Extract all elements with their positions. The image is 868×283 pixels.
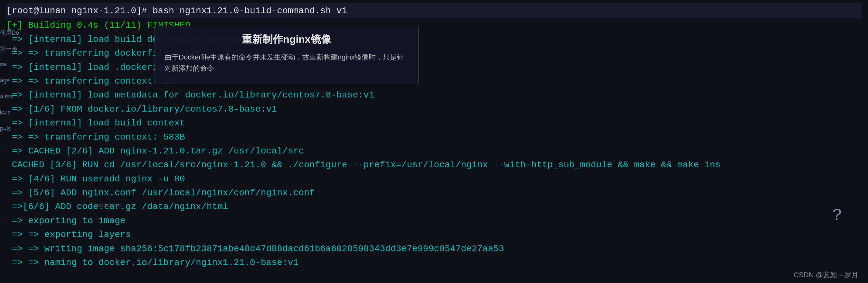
build-line-17: => => naming to docker.io/library/nginx1… xyxy=(6,256,862,270)
build-line-10: CACHED [3/6] RUN cd /usr/local/src/nginx… xyxy=(6,158,862,172)
sidebar-label-5: a tea xyxy=(0,93,13,100)
build-line-1: => [internal] load build definition from… xyxy=(6,33,862,46)
command-line: [root@lunan nginx-1.21.0]# bash nginx1.2… xyxy=(6,3,862,18)
build-line-15: => => exporting layers xyxy=(6,228,862,242)
build-line-9: => CACHED [2/6] ADD nginx-1.21.0.tar.gz … xyxy=(6,144,862,158)
build-line-2: => => transferring dockerfile: 684B xyxy=(6,46,862,60)
build-line-7: => [internal] load build context xyxy=(6,116,862,130)
sidebar-label-3: sa xyxy=(0,61,6,68)
sidebar-label-1: 使用Do xyxy=(0,29,19,37)
terminal: [root@lunan nginx-1.21.0]# bash nginx1.2… xyxy=(0,0,868,283)
build-line-13: =>[6/6] ADD code.tar.gz /data/nginx/html xyxy=(6,200,862,214)
build-line-8: => => transferring context: 583B xyxy=(6,130,862,144)
sidebar-label-4: age xyxy=(0,77,10,84)
build-status-line: [+] Building 0.4s (11/11) FINISHED xyxy=(6,18,862,32)
overlay-description: 由于Dockerfile中原有的命令并未发生变动，故重新构建nginx镜像时，只… xyxy=(164,51,409,74)
powered-text: powered xyxy=(97,202,121,208)
build-line-6: => [1/6] FROM docker.io/library/centos7.… xyxy=(6,102,862,116)
build-line-11: => [4/6] RUN useradd nginx -u 80 xyxy=(6,172,862,186)
build-line-12: => [5/6] ADD nginx.conf /usr/local/nginx… xyxy=(6,186,862,200)
overlay-panel: 重新制作nginx镜像 由于Dockerfile中原有的命令并未发生变动，故重新… xyxy=(155,26,418,84)
build-line-5: => [internal] load metadata for docker.i… xyxy=(6,88,862,102)
question-mark-icon: ? xyxy=(832,206,842,225)
build-line-16: => => writing image sha256:5c178fb23871a… xyxy=(6,242,862,256)
build-line-4: => => transferring context: 2B xyxy=(6,74,862,88)
sidebar-label-6: k=ls xyxy=(0,109,11,116)
build-line-3: => [internal] load .dockerignore xyxy=(6,61,862,74)
csdn-watermark: CSDN @蓝颜～岁月 xyxy=(794,270,858,280)
sidebar-label-7: p=ls xyxy=(0,126,11,132)
sidebar-label-2: 第一步 xyxy=(0,45,18,53)
final-prompt-line: [root@lunan nginx-1.21.0]# xyxy=(6,270,179,283)
overlay-title: 重新制作nginx镜像 xyxy=(164,33,409,47)
build-line-14: => exporting to image xyxy=(6,214,862,228)
